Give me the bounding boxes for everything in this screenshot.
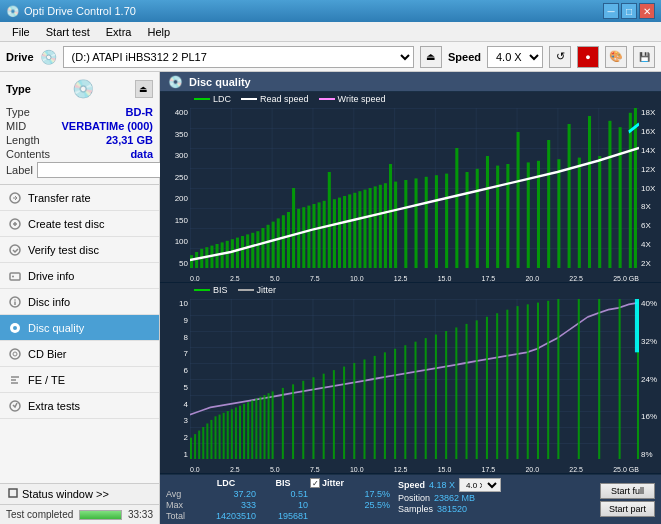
svg-rect-89 — [223, 413, 225, 459]
contents-label: Contents — [6, 148, 50, 160]
y-label: 3 — [184, 416, 188, 425]
content-title: Disc quality — [189, 76, 251, 88]
svg-rect-56 — [404, 180, 407, 268]
close-button[interactable]: ✕ — [639, 3, 655, 19]
svg-rect-29 — [261, 228, 264, 268]
avg-label: Avg — [166, 489, 194, 499]
svg-point-6 — [14, 299, 16, 301]
samples-val: 381520 — [437, 504, 467, 514]
drive-select[interactable]: (D:) ATAPI iHBS312 2 PL17 — [63, 46, 414, 68]
sidebar-item-verify-test-disc[interactable]: Verify test disc — [0, 237, 159, 263]
toolbar-btn-1[interactable]: ● — [577, 46, 599, 68]
sidebar-item-drive-info[interactable]: Drive info — [0, 263, 159, 289]
x-label: 7.5 — [310, 275, 320, 282]
svg-rect-85 — [206, 423, 208, 459]
start-full-button[interactable]: Start full — [600, 483, 655, 499]
svg-rect-128 — [547, 301, 549, 459]
svg-point-9 — [13, 326, 17, 330]
start-part-button[interactable]: Start part — [600, 501, 655, 517]
sidebar-item-fe-te[interactable]: FE / TE — [0, 367, 159, 393]
chart1-legend: LDC Read speed Write speed — [160, 92, 661, 106]
menu-start-test[interactable]: Start test — [38, 24, 98, 40]
menu-extra[interactable]: Extra — [98, 24, 140, 40]
chart2-x-axis: 0.0 2.5 5.0 7.5 10.0 12.5 15.0 17.5 20.0… — [190, 466, 639, 473]
svg-rect-78 — [629, 113, 632, 268]
y-label: 6 — [184, 366, 188, 375]
max-ldc: 333 — [196, 500, 256, 510]
x-label: 17.5 — [482, 466, 496, 473]
y-label: 7 — [184, 349, 188, 358]
ldc-header: LDC — [196, 478, 256, 488]
svg-rect-130 — [578, 299, 580, 459]
toolbar-btn-3[interactable]: 💾 — [633, 46, 655, 68]
x-label: 0.0 — [190, 466, 200, 473]
svg-rect-75 — [598, 156, 601, 268]
svg-rect-117 — [435, 335, 437, 459]
y-label-r: 6X — [641, 221, 651, 230]
sidebar-item-transfer-rate[interactable]: Transfer rate — [0, 185, 159, 211]
svg-rect-45 — [343, 196, 346, 268]
total-jitter-empty — [310, 511, 390, 521]
svg-rect-43 — [333, 199, 336, 268]
avg-ldc: 37.20 — [196, 489, 256, 499]
write-speed-color — [319, 98, 335, 100]
menu-file[interactable]: File — [4, 24, 38, 40]
sidebar-item-disc-quality[interactable]: Disc quality — [0, 315, 159, 341]
svg-rect-91 — [231, 409, 233, 459]
status-window-button[interactable]: Status window >> — [0, 483, 159, 504]
svg-rect-24 — [236, 238, 239, 268]
svg-rect-3 — [10, 273, 20, 280]
speed-select[interactable]: 4.0 X — [487, 46, 543, 68]
x-label: 12.5 — [394, 275, 408, 282]
y-label: 350 — [175, 130, 188, 139]
read-speed-label: Read speed — [260, 94, 309, 104]
svg-rect-121 — [476, 320, 478, 459]
sidebar-item-create-test-disc[interactable]: Create test disc — [0, 211, 159, 237]
menu-help[interactable]: Help — [139, 24, 178, 40]
chart1-x-axis: 0.0 2.5 5.0 7.5 10.0 12.5 15.0 17.5 20.0… — [190, 275, 639, 282]
titlebar: 💿 Opti Drive Control 1.70 ─ □ ✕ — [0, 0, 661, 22]
svg-rect-55 — [394, 182, 397, 268]
y-label: 2 — [184, 433, 188, 442]
content-header-icon: 💿 — [168, 75, 183, 89]
sidebar-item-label: Disc info — [28, 296, 70, 308]
y-label: 400 — [175, 108, 188, 117]
jitter-legend: Jitter — [238, 285, 277, 295]
maximize-button[interactable]: □ — [621, 3, 637, 19]
speed-stat-header: Speed — [398, 480, 425, 490]
y-label-r: 4X — [641, 240, 651, 249]
x-label: 2.5 — [230, 466, 240, 473]
label-input[interactable] — [37, 162, 166, 178]
length-value: 23,31 GB — [106, 134, 153, 146]
y-label: 10 — [179, 299, 188, 308]
svg-rect-88 — [219, 415, 221, 459]
stats-max-row: Max 333 10 25.5% — [166, 500, 390, 510]
toolbar-btn-2[interactable]: 🎨 — [605, 46, 627, 68]
length-label: Length — [6, 134, 40, 146]
svg-rect-59 — [435, 175, 438, 268]
drive-label: Drive — [6, 51, 34, 63]
chart2-y-left: 10 9 8 7 6 5 4 3 2 1 — [160, 299, 190, 459]
chart2-y-right: 40% 32% 24% 16% 8% — [639, 299, 661, 459]
eject-button[interactable]: ⏏ — [420, 46, 442, 68]
speed-select-stats[interactable]: 4.0 X — [459, 478, 501, 492]
stats-total-row: Total 14203510 195681 — [166, 511, 390, 521]
app-title: Opti Drive Control 1.70 — [24, 5, 136, 17]
y-label: 100 — [175, 237, 188, 246]
refresh-button[interactable]: ↺ — [549, 46, 571, 68]
y-label: 50 — [179, 259, 188, 268]
content-area: 💿 Disc quality LDC Read speed — [160, 72, 661, 524]
x-label: 7.5 — [310, 466, 320, 473]
disc-eject-button[interactable]: ⏏ — [135, 80, 153, 98]
y-label: 250 — [175, 173, 188, 182]
stats-bar: LDC BIS ✓ Jitter Avg 37.20 0.51 17.5% — [160, 474, 661, 524]
sidebar-item-disc-info[interactable]: Disc info — [0, 289, 159, 315]
sidebar-item-cd-bier[interactable]: CD Bier — [0, 341, 159, 367]
jitter-checkbox[interactable]: ✓ — [310, 478, 320, 488]
chart2: BIS Jitter — [160, 283, 661, 474]
charts-area: LDC Read speed Write speed — [160, 92, 661, 524]
minimize-button[interactable]: ─ — [603, 3, 619, 19]
sidebar-item-extra-tests[interactable]: Extra tests — [0, 393, 159, 419]
svg-rect-77 — [619, 127, 622, 268]
svg-rect-86 — [210, 420, 212, 459]
